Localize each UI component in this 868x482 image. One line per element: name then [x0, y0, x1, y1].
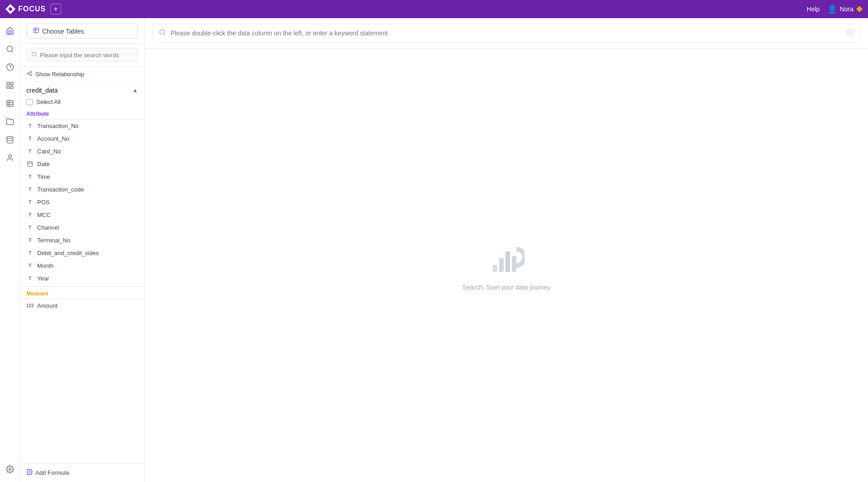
- add-formula-icon: [26, 469, 33, 477]
- svg-point-9: [7, 137, 13, 139]
- search-bar-area: [145, 18, 868, 49]
- topnav-left: FOCUS +: [5, 4, 61, 15]
- field-date[interactable]: Date: [20, 157, 144, 170]
- show-relationship-label: Show Relationship: [35, 71, 84, 78]
- logo-diamond-icon: [5, 4, 15, 14]
- field-name: MCC: [37, 211, 51, 218]
- svg-line-18: [29, 72, 30, 74]
- svg-rect-20: [28, 162, 33, 167]
- field-account-no[interactable]: T Account_No: [20, 132, 144, 145]
- field-name: Amount: [37, 302, 58, 309]
- user-circle-icon: 👤: [827, 4, 837, 14]
- sidebar-item-table[interactable]: [2, 95, 18, 112]
- svg-rect-7: [7, 86, 9, 89]
- table-group-credit-data: credit_data ▲ Select All Attribute T Tra…: [20, 82, 144, 312]
- field-type-icon-T: T: [26, 275, 34, 282]
- field-year[interactable]: T Year: [20, 272, 144, 285]
- new-tab-button[interactable]: +: [50, 4, 61, 15]
- field-name: Account_No: [37, 135, 69, 142]
- app-name: FOCUS: [18, 5, 46, 13]
- field-month[interactable]: T Month: [20, 259, 144, 272]
- sidebar-item-search[interactable]: [2, 41, 18, 57]
- sidebar-item-data[interactable]: [2, 132, 18, 148]
- choose-tables-button[interactable]: Choose Tables: [26, 24, 138, 39]
- svg-point-17: [30, 74, 32, 76]
- sidebar-item-home[interactable]: [2, 23, 18, 39]
- field-name: Terminal_No: [37, 237, 70, 244]
- field-card-no[interactable]: T Card_No: [20, 145, 144, 157]
- svg-point-11: [9, 468, 11, 471]
- logo-inner-icon: [8, 7, 13, 11]
- table-group-name: credit_data: [26, 87, 58, 94]
- help-button[interactable]: Help: [807, 5, 820, 13]
- sidebar-top: Choose Tables: [20, 18, 144, 44]
- add-formula-button[interactable]: Add Formula: [26, 469, 69, 477]
- field-type-icon-T: T: [26, 211, 34, 218]
- field-name: Transaction_code: [37, 186, 84, 193]
- sidebar-item-user[interactable]: [2, 150, 18, 166]
- field-pos[interactable]: T POS: [20, 196, 144, 208]
- svg-point-27: [160, 30, 165, 34]
- svg-rect-4: [7, 82, 9, 84]
- sidebar-search-icon: [31, 51, 37, 59]
- sidebar-item-dashboard[interactable]: [2, 77, 18, 93]
- field-type-icon-T: T: [26, 135, 34, 142]
- user-area[interactable]: 👤 Nora: [827, 4, 863, 14]
- empty-state: Search, Start your data journey: [145, 49, 868, 482]
- sidebar-content: credit_data ▲ Select All Attribute T Tra…: [20, 82, 144, 463]
- logo: FOCUS: [5, 4, 46, 14]
- field-type-icon-T: T: [26, 262, 34, 269]
- sidebar-search-inner: [26, 48, 138, 62]
- show-relationship-button[interactable]: Show Relationship: [20, 67, 144, 82]
- field-type-icon-T: T: [26, 122, 34, 129]
- main-search-input[interactable]: [171, 30, 842, 37]
- field-amount[interactable]: 123 Amount: [20, 299, 144, 312]
- svg-rect-5: [10, 82, 13, 84]
- svg-point-10: [9, 155, 11, 157]
- svg-point-13: [32, 52, 36, 56]
- add-formula-label: Add Formula: [35, 469, 69, 476]
- field-type-icon-T: T: [26, 224, 34, 231]
- field-type-icon-T: T: [26, 186, 34, 193]
- topnav: FOCUS + Help 👤 Nora: [0, 0, 868, 18]
- field-mcc[interactable]: T MCC: [20, 208, 144, 221]
- sidebar-item-folder[interactable]: [2, 113, 18, 130]
- sidebar-search-area: [20, 44, 144, 67]
- svg-line-19: [29, 74, 30, 75]
- choose-tables-label: Choose Tables: [42, 28, 84, 35]
- search-main-icon: [159, 29, 166, 38]
- main-content: Search, Start your data journey: [145, 18, 868, 482]
- select-all-checkbox[interactable]: [26, 99, 33, 105]
- field-name: POS: [37, 199, 49, 206]
- svg-point-15: [27, 73, 29, 74]
- field-time[interactable]: T Time: [20, 170, 144, 183]
- field-name: Transaction_No: [37, 123, 78, 129]
- field-name: Year: [37, 275, 49, 282]
- collapse-icon[interactable]: ▲: [132, 87, 138, 93]
- search-bar-inner: [152, 24, 861, 43]
- field-name: Debit_and_credit_sides: [37, 250, 99, 256]
- field-transaction-code[interactable]: T Transaction_code: [20, 183, 144, 196]
- empty-chart-illustration: [488, 240, 525, 276]
- field-name: Card_No: [37, 148, 61, 155]
- svg-rect-12: [34, 28, 39, 33]
- select-all-row: Select All: [20, 97, 144, 109]
- svg-rect-34: [505, 251, 510, 272]
- sidebar-item-settings[interactable]: [2, 461, 18, 477]
- sidebar-item-help[interactable]: [2, 59, 18, 75]
- svg-point-16: [30, 71, 32, 73]
- search-clear-icon[interactable]: [847, 29, 854, 38]
- field-name: Channel: [37, 224, 59, 231]
- field-channel[interactable]: T Channel: [20, 221, 144, 234]
- field-debit-credit[interactable]: T Debit_and_credit_sides: [20, 246, 144, 259]
- field-terminal-no[interactable]: T Terminal_No: [20, 234, 144, 246]
- field-transaction-no[interactable]: T Transaction_No: [20, 119, 144, 132]
- table-group-header: credit_data ▲: [20, 82, 144, 97]
- choose-tables-icon: [33, 27, 39, 35]
- svg-point-0: [7, 46, 12, 51]
- svg-line-28: [164, 34, 165, 35]
- topnav-right: Help 👤 Nora: [807, 4, 863, 14]
- svg-rect-8: [7, 100, 13, 107]
- field-name: Time: [37, 173, 50, 180]
- sidebar-search-input[interactable]: [40, 52, 133, 59]
